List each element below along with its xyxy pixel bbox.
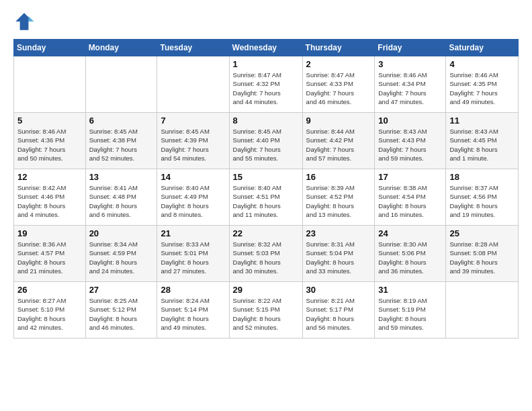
day-info: Sunrise: 8:39 AMSunset: 4:52 PMDaylight:… — [306, 183, 371, 219]
logo — [13, 11, 38, 32]
day-cell: 21Sunrise: 8:33 AMSunset: 5:01 PMDayligh… — [157, 226, 229, 282]
day-info: Sunrise: 8:36 AMSunset: 4:57 PMDaylight:… — [17, 240, 82, 275]
day-header-friday: Friday — [375, 40, 446, 56]
day-info: Sunrise: 8:43 AMSunset: 4:45 PMDaylight:… — [449, 127, 515, 163]
day-info: Sunrise: 8:31 AMSunset: 5:04 PMDaylight:… — [306, 240, 371, 275]
day-cell: 22Sunrise: 8:32 AMSunset: 5:03 PMDayligh… — [229, 226, 302, 282]
day-header-monday: Monday — [85, 40, 157, 56]
day-cell: 29Sunrise: 8:22 AMSunset: 5:15 PMDayligh… — [229, 282, 302, 338]
day-cell: 27Sunrise: 8:25 AMSunset: 5:12 PMDayligh… — [85, 282, 157, 338]
day-info: Sunrise: 8:45 AMSunset: 4:40 PMDaylight:… — [233, 127, 299, 163]
day-number: 24 — [378, 228, 442, 238]
day-cell: 19Sunrise: 8:36 AMSunset: 4:57 PMDayligh… — [14, 226, 86, 282]
day-number: 25 — [449, 228, 515, 238]
day-number: 31 — [378, 285, 442, 295]
day-number: 22 — [233, 228, 299, 238]
day-info: Sunrise: 8:40 AMSunset: 4:49 PMDaylight:… — [161, 183, 225, 219]
day-cell: 6Sunrise: 8:45 AMSunset: 4:38 PMDaylight… — [85, 113, 157, 169]
day-number: 3 — [378, 59, 442, 69]
day-cell: 2Sunrise: 8:47 AMSunset: 4:33 PMDaylight… — [302, 56, 375, 113]
day-number: 17 — [378, 172, 442, 182]
svg-marker-1 — [28, 16, 34, 21]
day-cell: 3Sunrise: 8:46 AMSunset: 4:34 PMDaylight… — [375, 56, 446, 113]
day-cell: 5Sunrise: 8:46 AMSunset: 4:36 PMDaylight… — [14, 113, 86, 169]
day-number: 10 — [378, 116, 442, 126]
day-cell: 15Sunrise: 8:40 AMSunset: 4:51 PMDayligh… — [229, 169, 302, 226]
day-cell: 16Sunrise: 8:39 AMSunset: 4:52 PMDayligh… — [302, 169, 375, 226]
day-cell — [157, 56, 229, 113]
day-number: 12 — [17, 172, 82, 182]
day-cell: 31Sunrise: 8:19 AMSunset: 5:19 PMDayligh… — [375, 282, 446, 338]
day-number: 8 — [233, 116, 299, 126]
day-info: Sunrise: 8:43 AMSunset: 4:43 PMDaylight:… — [378, 127, 442, 163]
day-number: 7 — [161, 116, 225, 126]
day-info: Sunrise: 8:32 AMSunset: 5:03 PMDaylight:… — [233, 240, 299, 275]
day-number: 6 — [89, 116, 154, 126]
day-cell — [14, 56, 86, 113]
week-row-1: 1Sunrise: 8:47 AMSunset: 4:32 PMDaylight… — [14, 56, 519, 113]
day-cell: 28Sunrise: 8:24 AMSunset: 5:14 PMDayligh… — [157, 282, 229, 338]
day-info: Sunrise: 8:45 AMSunset: 4:39 PMDaylight:… — [161, 127, 225, 163]
day-info: Sunrise: 8:28 AMSunset: 5:08 PMDaylight:… — [449, 240, 515, 275]
day-header-thursday: Thursday — [302, 40, 375, 56]
day-number: 19 — [17, 228, 82, 238]
week-row-3: 12Sunrise: 8:42 AMSunset: 4:46 PMDayligh… — [14, 169, 519, 226]
day-info: Sunrise: 8:45 AMSunset: 4:38 PMDaylight:… — [89, 127, 154, 163]
header-row: SundayMondayTuesdayWednesdayThursdayFrid… — [14, 40, 519, 56]
day-header-sunday: Sunday — [14, 40, 86, 56]
day-number: 15 — [233, 172, 299, 182]
day-cell: 9Sunrise: 8:44 AMSunset: 4:42 PMDaylight… — [302, 113, 375, 169]
day-number: 28 — [161, 285, 225, 295]
day-info: Sunrise: 8:21 AMSunset: 5:17 PMDaylight:… — [306, 296, 371, 332]
day-cell: 20Sunrise: 8:34 AMSunset: 4:59 PMDayligh… — [85, 226, 157, 282]
day-cell: 14Sunrise: 8:40 AMSunset: 4:49 PMDayligh… — [157, 169, 229, 226]
day-number: 4 — [449, 59, 515, 69]
day-number: 11 — [449, 116, 515, 126]
day-cell: 11Sunrise: 8:43 AMSunset: 4:45 PMDayligh… — [446, 113, 519, 169]
day-cell: 30Sunrise: 8:21 AMSunset: 5:17 PMDayligh… — [302, 282, 375, 338]
day-info: Sunrise: 8:46 AMSunset: 4:36 PMDaylight:… — [17, 127, 82, 163]
day-number: 9 — [306, 116, 371, 126]
day-info: Sunrise: 8:38 AMSunset: 4:54 PMDaylight:… — [378, 183, 442, 219]
day-cell: 25Sunrise: 8:28 AMSunset: 5:08 PMDayligh… — [446, 226, 519, 282]
day-cell: 18Sunrise: 8:37 AMSunset: 4:56 PMDayligh… — [446, 169, 519, 226]
day-info: Sunrise: 8:46 AMSunset: 4:35 PMDaylight:… — [449, 71, 515, 106]
day-cell: 12Sunrise: 8:42 AMSunset: 4:46 PMDayligh… — [14, 169, 86, 226]
day-info: Sunrise: 8:30 AMSunset: 5:06 PMDaylight:… — [378, 240, 442, 275]
day-info: Sunrise: 8:40 AMSunset: 4:51 PMDaylight:… — [233, 183, 299, 219]
day-info: Sunrise: 8:25 AMSunset: 5:12 PMDaylight:… — [89, 296, 154, 332]
header — [13, 11, 519, 32]
day-header-tuesday: Tuesday — [157, 40, 229, 56]
day-number: 16 — [306, 172, 371, 182]
day-number: 2 — [306, 59, 371, 69]
day-info: Sunrise: 8:27 AMSunset: 5:10 PMDaylight:… — [17, 296, 82, 332]
day-info: Sunrise: 8:34 AMSunset: 4:59 PMDaylight:… — [89, 240, 154, 275]
day-header-wednesday: Wednesday — [229, 40, 302, 56]
day-number: 13 — [89, 172, 154, 182]
day-info: Sunrise: 8:46 AMSunset: 4:34 PMDaylight:… — [378, 71, 442, 106]
day-cell: 10Sunrise: 8:43 AMSunset: 4:43 PMDayligh… — [375, 113, 446, 169]
day-info: Sunrise: 8:41 AMSunset: 4:48 PMDaylight:… — [89, 183, 154, 219]
day-cell: 24Sunrise: 8:30 AMSunset: 5:06 PMDayligh… — [375, 226, 446, 282]
day-info: Sunrise: 8:24 AMSunset: 5:14 PMDaylight:… — [161, 296, 225, 332]
day-cell: 8Sunrise: 8:45 AMSunset: 4:40 PMDaylight… — [229, 113, 302, 169]
day-cell — [446, 282, 519, 338]
calendar-table: SundayMondayTuesdayWednesdayThursdayFrid… — [13, 39, 519, 338]
day-cell: 4Sunrise: 8:46 AMSunset: 4:35 PMDaylight… — [446, 56, 519, 113]
day-info: Sunrise: 8:37 AMSunset: 4:56 PMDaylight:… — [449, 183, 515, 219]
day-cell — [85, 56, 157, 113]
day-info: Sunrise: 8:22 AMSunset: 5:15 PMDaylight:… — [233, 296, 299, 332]
day-info: Sunrise: 8:47 AMSunset: 4:32 PMDaylight:… — [233, 71, 299, 106]
week-row-2: 5Sunrise: 8:46 AMSunset: 4:36 PMDaylight… — [14, 113, 519, 169]
day-number: 20 — [89, 228, 154, 238]
day-number: 1 — [233, 59, 299, 69]
day-cell: 23Sunrise: 8:31 AMSunset: 5:04 PMDayligh… — [302, 226, 375, 282]
day-number: 18 — [449, 172, 515, 182]
day-info: Sunrise: 8:33 AMSunset: 5:01 PMDaylight:… — [161, 240, 225, 275]
day-info: Sunrise: 8:42 AMSunset: 4:46 PMDaylight:… — [17, 183, 82, 219]
day-cell: 13Sunrise: 8:41 AMSunset: 4:48 PMDayligh… — [85, 169, 157, 226]
day-cell: 17Sunrise: 8:38 AMSunset: 4:54 PMDayligh… — [375, 169, 446, 226]
page: SundayMondayTuesdayWednesdayThursdayFrid… — [0, 0, 532, 411]
day-number: 21 — [161, 228, 225, 238]
day-number: 26 — [17, 285, 82, 295]
